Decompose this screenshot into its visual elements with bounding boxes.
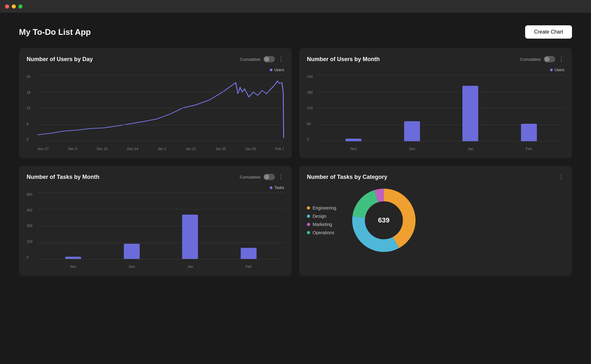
users-by-month-menu[interactable]: ⋮	[558, 56, 564, 63]
users-by-day-header: Number of Users by Day Cumulative ⋮	[27, 56, 284, 63]
bar-feb	[521, 124, 537, 141]
users-by-month-bars	[318, 75, 564, 141]
users-by-day-x-axis: Nov 27 Dec 6 Dec 15 Dec 24 Jan 2 Jan 11 …	[38, 147, 284, 151]
design-dot	[307, 215, 310, 218]
tasks-by-category-menu[interactable]: ⋮	[558, 173, 564, 180]
users-by-day-legend: Users	[27, 68, 284, 72]
create-chart-button[interactable]: Create Chart	[525, 25, 572, 39]
users-by-day-plot	[38, 75, 284, 141]
users-by-month-card: Number of Users by Month Cumulative ⋮ Us…	[299, 48, 572, 158]
users-by-day-title: Number of Users by Day	[27, 56, 93, 63]
legend-design: Design	[307, 214, 336, 219]
users-by-day-y-axis: 24 18 12 6 0	[27, 75, 36, 141]
tasks-by-month-toggle[interactable]	[264, 174, 275, 180]
marketing-dot	[307, 223, 310, 226]
tasks-by-month-chart: 600 450 300 150 0	[27, 192, 284, 268]
tasks-bar-dec	[124, 244, 140, 259]
app-title: My To-Do List App	[19, 27, 91, 37]
tasks-by-month-card: Number of Tasks by Month Cumulative ⋮ Ta…	[19, 166, 292, 276]
users-by-day-card: Number of Users by Day Cumulative ⋮ User…	[19, 48, 292, 158]
legend-engineering: Engineering	[307, 205, 336, 210]
legend-operations: Operations	[307, 230, 336, 235]
tasks-by-month-x-axis: Nov Dec Jan Feb	[38, 265, 284, 268]
app-header: My To-Do List App Create Chart	[19, 25, 572, 39]
users-by-month-legend: Users	[307, 68, 564, 72]
tasks-by-category-legend: Engineering Design Marketing Operations	[307, 205, 336, 235]
bar-dec	[404, 121, 420, 141]
operations-label: Operations	[313, 230, 334, 235]
tasks-bar-nov	[65, 257, 81, 259]
users-by-day-cumulative-label: Cumulative	[240, 57, 260, 62]
bar-jan	[462, 86, 478, 141]
users-by-month-y-axis: 240 180 120 60 0	[307, 75, 316, 141]
users-by-day-legend-label: Users	[274, 68, 284, 72]
donut-chart: 639	[349, 185, 419, 255]
minimize-button[interactable]	[12, 4, 16, 9]
users-by-month-controls: Cumulative ⋮	[520, 56, 564, 63]
engineering-label: Engineering	[313, 205, 336, 210]
users-by-day-controls: Cumulative ⋮	[240, 56, 284, 63]
users-by-month-header: Number of Users by Month Cumulative ⋮	[307, 56, 564, 63]
maximize-button[interactable]	[18, 4, 22, 9]
tasks-bar-jan	[182, 215, 198, 259]
title-bar	[0, 0, 591, 13]
tasks-by-month-legend-label: Tasks	[274, 185, 284, 190]
tasks-by-month-cumulative-label: Cumulative	[240, 175, 260, 179]
users-by-day-chart: 24 18 12 6 0	[27, 75, 284, 151]
tasks-by-month-plot	[38, 192, 284, 259]
tasks-by-month-title: Number of Tasks by Month	[27, 174, 99, 180]
app-container: My To-Do List App Create Chart Number of…	[0, 13, 591, 289]
users-by-day-menu[interactable]: ⋮	[278, 56, 284, 63]
design-label: Design	[313, 214, 327, 219]
tasks-bar-feb	[241, 248, 257, 259]
users-by-month-legend-label: Users	[555, 68, 564, 72]
marketing-label: Marketing	[313, 222, 332, 227]
tasks-by-category-card: Number of Tasks by Category ⋮ Engineerin…	[299, 166, 572, 276]
users-by-month-plot	[318, 75, 564, 141]
tasks-by-category-content: Engineering Design Marketing Operations	[307, 185, 564, 255]
legend-marketing: Marketing	[307, 222, 336, 227]
users-by-month-chart: 240 180 120 60 0	[307, 75, 564, 151]
tasks-by-month-menu[interactable]: ⋮	[278, 173, 284, 180]
close-button[interactable]	[5, 4, 9, 9]
users-by-month-title: Number of Users by Month	[307, 56, 380, 63]
users-by-month-cumulative-label: Cumulative	[520, 57, 541, 62]
bar-nov	[346, 139, 361, 141]
engineering-dot	[307, 206, 310, 210]
operations-dot	[307, 231, 310, 234]
users-by-month-x-axis: Nov Dec Jan Feb	[318, 147, 564, 151]
users-by-month-legend-dot	[550, 69, 553, 71]
tasks-by-category-controls: ⋮	[558, 173, 564, 180]
tasks-by-category-title: Number of Tasks by Category	[307, 174, 387, 180]
tasks-by-month-y-axis: 600 450 300 150 0	[27, 192, 36, 259]
tasks-by-category-header: Number of Tasks by Category ⋮	[307, 173, 564, 180]
tasks-by-month-bars	[38, 192, 284, 259]
tasks-by-month-legend-dot	[270, 186, 272, 189]
charts-grid: Number of Users by Day Cumulative ⋮ User…	[19, 48, 572, 276]
donut-total: 639	[378, 216, 390, 224]
users-by-day-toggle[interactable]	[264, 56, 275, 62]
tasks-by-month-controls: Cumulative ⋮	[240, 173, 284, 180]
users-by-day-legend-dot	[270, 69, 272, 71]
users-by-month-toggle[interactable]	[544, 56, 555, 62]
tasks-by-month-legend: Tasks	[27, 185, 284, 190]
tasks-by-month-header: Number of Tasks by Month Cumulative ⋮	[27, 173, 284, 180]
